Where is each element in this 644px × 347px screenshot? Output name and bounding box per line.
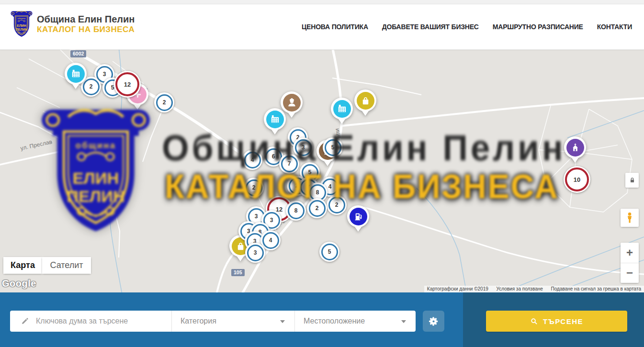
page: Община Елин Пелин КАТАЛОГ НА БИЗНЕСА ЦЕН… xyxy=(0,0,644,347)
main-nav: ЦЕНОВА ПОЛИТИКА ДОБАВЕТЕ ВАШИЯТ БИЗНЕС М… xyxy=(288,4,632,49)
category-value: Категория xyxy=(181,317,216,325)
lock-icon xyxy=(628,176,636,184)
pin-body xyxy=(264,108,286,130)
chevron-down-icon xyxy=(280,320,285,323)
map-pin[interactable] xyxy=(331,98,353,126)
map-cluster[interactable]: 12 xyxy=(114,71,141,98)
cluster-count: 8 xyxy=(288,202,305,219)
brand-subtitle: КАТАЛОГ НА БИЗНЕСА xyxy=(37,25,135,34)
cluster-count: 12 xyxy=(115,72,139,96)
search-icon xyxy=(530,317,538,325)
pin-body xyxy=(65,63,87,85)
nav-item-contacts[interactable]: КОНТАКТИ xyxy=(597,23,632,31)
search-bar: Категория Местоположение xyxy=(10,311,416,332)
map-type-satellite-button[interactable]: Сателит xyxy=(42,257,91,274)
map-pin[interactable] xyxy=(564,136,586,165)
brand-title: Община Елин Пелин xyxy=(37,13,135,25)
map-markers-layer: 325122235647522748221283338345310 xyxy=(0,49,644,292)
attribution-terms-link[interactable]: Условия за ползване xyxy=(497,286,543,291)
search-footer: Категория Местоположение ТЪРСЕНЕ xyxy=(0,292,644,347)
map-cluster[interactable]: 2 xyxy=(307,198,327,218)
map-type-control: Карта Сателит xyxy=(3,257,91,274)
cluster-count: 3 xyxy=(247,245,264,261)
cluster-count: 4 xyxy=(244,152,261,168)
cluster-count: 4 xyxy=(262,232,279,249)
attribution-copyright: Картографски данни ©2019 xyxy=(427,286,488,291)
location-value: Местоположение xyxy=(304,317,365,325)
nav-item-add-business[interactable]: ДОБАВЕТЕ ВАШИЯТ БИЗНЕС xyxy=(382,23,479,31)
factory-icon xyxy=(266,111,284,128)
attribution-report-link[interactable]: Подаване на сигнал за грешка в картата xyxy=(551,286,641,291)
zoom-control: + − xyxy=(621,243,639,283)
map-cluster[interactable]: 2 xyxy=(244,178,264,198)
pencil-icon xyxy=(21,317,29,325)
church-icon xyxy=(566,139,584,157)
nav-item-route-schedule[interactable]: МАРШРУТНО РАЗПИСАНИЕ xyxy=(493,23,583,31)
factory-icon xyxy=(67,65,85,83)
map-pin[interactable] xyxy=(264,108,286,137)
map-cluster[interactable]: 5 xyxy=(319,242,339,262)
map-cluster[interactable]: 7 xyxy=(279,154,299,174)
pin-body xyxy=(331,98,353,120)
brand-text: Община Елин Пелин КАТАЛОГ НА БИЗНЕСА xyxy=(37,13,135,34)
search-button-label: ТЪРСЕНЕ xyxy=(543,317,583,325)
map-cluster[interactable]: 3 xyxy=(245,243,265,263)
municipality-crest-icon xyxy=(11,10,33,38)
shopping-bag-icon xyxy=(357,92,374,110)
cluster-count: 7 xyxy=(281,156,298,172)
lock-button[interactable] xyxy=(625,173,639,188)
pin-body xyxy=(347,205,369,227)
brand-logo-link[interactable]: Община Елин Пелин КАТАЛОГ НА БИЗНЕСА xyxy=(11,10,135,38)
search-button[interactable]: ТЪРСЕНЕ xyxy=(486,311,627,332)
map-cluster[interactable]: 4 xyxy=(242,150,262,170)
location-select[interactable]: Местоположение xyxy=(295,311,416,332)
cluster-count: 5 xyxy=(325,139,341,156)
keyword-input[interactable] xyxy=(35,316,171,326)
fuel-icon xyxy=(350,208,367,225)
keyword-field xyxy=(10,311,172,332)
map-pin[interactable] xyxy=(65,63,87,91)
map-cluster[interactable]: 3 xyxy=(293,137,313,157)
pin-body xyxy=(564,136,586,158)
google-map[interactable]: ул. Преслав бул. „Новосел ици 6002 105 3… xyxy=(0,49,644,292)
cluster-count: 2 xyxy=(246,179,262,196)
map-cluster[interactable]: 8 xyxy=(286,201,306,221)
header: Община Елин Пелин КАТАЛОГ НА БИЗНЕСА ЦЕН… xyxy=(0,4,644,50)
cluster-count: 5 xyxy=(321,244,338,260)
map-type-map-button[interactable]: Карта xyxy=(3,257,42,274)
zoom-out-button[interactable]: − xyxy=(621,263,639,283)
factory-icon xyxy=(333,100,351,118)
map-pin[interactable] xyxy=(354,90,376,118)
map-attribution: Картографски данни ©2019 Условия за полз… xyxy=(424,286,644,292)
map-cluster[interactable]: 5 xyxy=(323,137,343,157)
map-cluster[interactable]: 10 xyxy=(564,166,590,193)
map-cluster[interactable]: 2 xyxy=(327,195,347,215)
top-strip xyxy=(0,0,644,4)
pegman-icon xyxy=(623,212,636,224)
chevron-down-icon xyxy=(401,320,406,323)
category-select[interactable]: Категория xyxy=(172,311,295,332)
cluster-count: 3 xyxy=(295,139,312,156)
cluster-count: 10 xyxy=(565,168,589,191)
advanced-settings-button[interactable] xyxy=(423,311,444,332)
pegman-button[interactable] xyxy=(621,209,639,227)
cluster-count: 2 xyxy=(309,200,326,217)
google-logo[interactable]: Google xyxy=(2,278,36,289)
cluster-count: 2 xyxy=(328,197,345,213)
nav-item-pricing[interactable]: ЦЕНОВА ПОЛИТИКА xyxy=(302,23,368,31)
pin-body xyxy=(354,90,376,112)
zoom-in-button[interactable]: + xyxy=(621,243,639,263)
map-pin[interactable] xyxy=(347,205,369,234)
gear-icon xyxy=(428,316,439,327)
cluster-count: 2 xyxy=(156,94,173,111)
map-cluster[interactable]: 2 xyxy=(154,92,174,112)
